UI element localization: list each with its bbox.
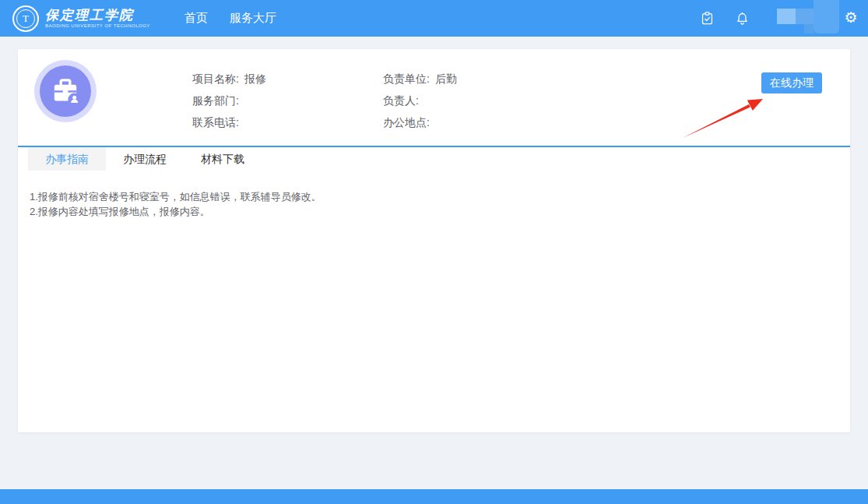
online-process-button[interactable]: 在线办理	[761, 72, 822, 93]
briefcase-user-icon	[40, 65, 91, 117]
university-name-cn: 保定理工学院	[45, 8, 150, 23]
service-card: 项目名称:报修 服务部门: 联系电话: 负责单位:后勤 负责人: 办公地点: 在…	[18, 49, 850, 432]
info-row-service-dept: 服务部门:	[192, 90, 266, 111]
field-label: 负责人:	[383, 94, 419, 107]
info-row-responsible-unit: 负责单位:后勤	[383, 68, 457, 90]
field-label: 联系电话:	[192, 116, 239, 129]
nav-item-home[interactable]: 首页	[184, 11, 208, 26]
tab-material-download[interactable]: 材料下载	[184, 147, 262, 171]
field-value: 报修	[244, 72, 266, 85]
university-seal-icon: T	[12, 5, 39, 32]
info-row-contact-phone: 联系电话:	[192, 111, 266, 133]
nav-item-service-hall[interactable]: 服务大厅	[230, 11, 276, 26]
logo-text: 保定理工学院 BAODING UNIVERSITY OF TECHNOLOGY	[45, 8, 150, 29]
info-row-project-name: 项目名称:报修	[192, 68, 266, 90]
redacted-username	[777, 9, 814, 24]
page: T 保定理工学院 BAODING UNIVERSITY OF TECHNOLOG…	[0, 0, 868, 504]
field-value: 后勤	[435, 72, 457, 85]
footer-bar	[0, 489, 868, 504]
tab-process[interactable]: 办理流程	[106, 147, 184, 171]
university-logo[interactable]: T 保定理工学院 BAODING UNIVERSITY OF TECHNOLOG…	[12, 5, 150, 32]
university-name-en: BAODING UNIVERSITY OF TECHNOLOGY	[45, 23, 150, 29]
clipboard-icon[interactable]	[700, 11, 715, 26]
field-label: 负责单位:	[383, 72, 430, 85]
guide-line: 1.报修前核对宿舍楼号和寝室号，如信息错误，联系辅导员修改。	[30, 189, 322, 204]
main-nav: 首页 服务大厅	[184, 11, 298, 26]
tab-bar: 办事指南 办理流程 材料下载	[18, 146, 850, 171]
info-column-left: 项目名称:报修 服务部门: 联系电话:	[192, 68, 266, 133]
seal-letter: T	[23, 12, 29, 25]
field-label: 办公地点:	[383, 116, 430, 129]
info-row-responsible-person: 负责人:	[383, 90, 457, 111]
user-menu[interactable]	[814, 0, 839, 33]
gear-icon[interactable]: ⚙	[842, 9, 859, 27]
field-label: 项目名称:	[192, 72, 239, 85]
bell-icon[interactable]	[735, 11, 750, 26]
red-arrow-annotation	[677, 90, 769, 144]
info-row-office-location: 办公地点:	[383, 111, 457, 133]
service-icon-halo	[34, 60, 97, 122]
field-label: 服务部门:	[192, 94, 239, 107]
top-navbar: T 保定理工学院 BAODING UNIVERSITY OF TECHNOLOG…	[0, 0, 868, 37]
guide-line: 2.报修内容处填写报修地点，报修内容。	[30, 204, 322, 219]
redacted-username-fragment	[804, 24, 814, 33]
guide-content: 1.报修前核对宿舍楼号和寝室号，如信息错误，联系辅导员修改。 2.报修内容处填写…	[30, 189, 322, 219]
info-column-right: 负责单位:后勤 负责人: 办公地点:	[383, 68, 457, 133]
tab-guide[interactable]: 办事指南	[28, 147, 106, 171]
